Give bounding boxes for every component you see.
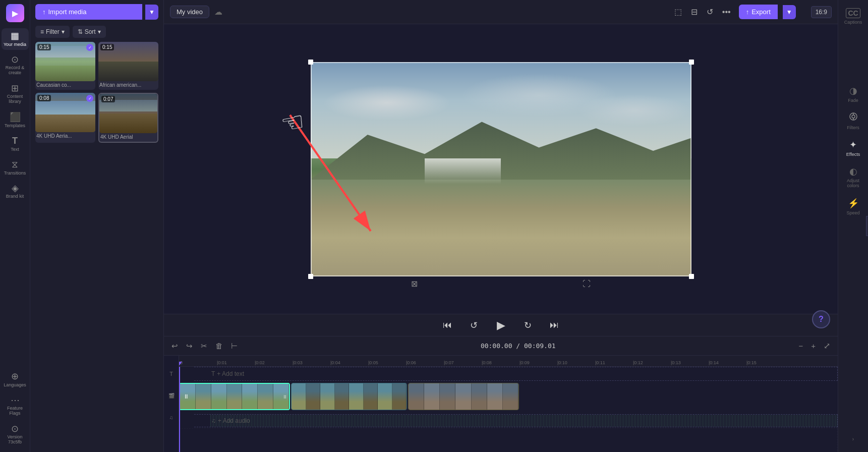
timeline-content: T 🎬 ♫ 0 |0:01 |0:02 |0:03 |0:04 |0:05 |0… bbox=[164, 356, 838, 452]
clip-frame bbox=[335, 383, 350, 410]
right-sidebar-collapse-button[interactable]: › bbox=[840, 432, 867, 446]
ruler-mark-14: |0:14 bbox=[709, 360, 719, 365]
rotate-tool-button[interactable]: ↺ bbox=[704, 5, 716, 19]
sidebar-item-label: FeatureFlags bbox=[7, 406, 23, 416]
sidebar-item-label: Brand kit bbox=[6, 194, 24, 199]
more-tools-button[interactable]: ••• bbox=[719, 6, 734, 19]
playback-controls: ⏮ ↺ ▶ ↻ ⏭ bbox=[164, 314, 838, 336]
sidebar-item-label: Text bbox=[11, 147, 19, 152]
media-thumbnail-3[interactable]: 0:08 ✓ 4K UHD Aeria... bbox=[35, 93, 95, 143]
fit-tool-button[interactable]: ⊟ bbox=[688, 5, 701, 19]
right-sidebar-item-captions[interactable]: CC Captions bbox=[840, 4, 867, 29]
main-area: My video ☁ ⬚ ⊟ ↺ ••• ↑ Export ▼ 16:9 bbox=[164, 0, 838, 452]
sidebar-item-text[interactable]: T Text bbox=[2, 133, 29, 155]
sort-button[interactable]: ⇅ Sort ▾ bbox=[73, 26, 106, 38]
add-audio-icon: ♫ bbox=[211, 417, 216, 424]
sidebar-item-brand-kit[interactable]: ◈ Brand kit bbox=[2, 181, 29, 202]
import-media-button[interactable]: ↑ Import media bbox=[35, 4, 142, 20]
transitions-icon: ⧖ bbox=[12, 160, 18, 169]
sidebar-item-label: Record &create bbox=[6, 66, 25, 76]
filter-sort-row: ≡ Filter ▾ ⇅ Sort ▾ bbox=[30, 24, 163, 42]
ruler-mark-13: |0:13 bbox=[671, 360, 681, 365]
video-clip-3[interactable] bbox=[408, 383, 519, 410]
import-dropdown-button[interactable]: ▼ bbox=[145, 5, 158, 20]
video-frame[interactable] bbox=[311, 62, 691, 276]
split-button[interactable]: ⊢ bbox=[228, 340, 240, 352]
zoom-in-button[interactable]: + bbox=[808, 340, 818, 352]
trim-icon[interactable]: ⊠ bbox=[411, 279, 418, 289]
handle-top-right[interactable] bbox=[689, 60, 694, 65]
sidebar-item-templates[interactable]: ⬛ Templates bbox=[2, 109, 29, 131]
play-button[interactable]: ▶ bbox=[492, 316, 510, 334]
video-ground bbox=[311, 180, 691, 276]
add-audio-row[interactable]: ♫ + Add audio bbox=[194, 414, 838, 427]
sidebar-item-languages[interactable]: ⊕ Languages bbox=[2, 369, 29, 390]
media-thumbnail-4[interactable]: 0:07 4K UHD Aerial bbox=[98, 93, 158, 143]
clip-frame bbox=[320, 383, 335, 410]
clip-frame bbox=[306, 383, 321, 410]
video-clip-2[interactable] bbox=[291, 383, 407, 410]
skip-back-button[interactable]: ⏮ bbox=[439, 318, 456, 332]
clip-frame bbox=[349, 383, 364, 410]
thumb-duration-2: 0:15 bbox=[100, 44, 114, 50]
rewind-button[interactable]: ↺ bbox=[466, 318, 482, 333]
media-thumbnail-1[interactable]: 0:15 ✓ Caucasian co... bbox=[35, 42, 95, 90]
sidebar-item-transitions[interactable]: ⧖ Transitions bbox=[2, 157, 29, 179]
your-media-icon: ▦ bbox=[11, 31, 19, 40]
sidebar-item-content-library[interactable]: ⊞ Contentlibrary bbox=[2, 81, 29, 107]
undo-button[interactable]: ↩ bbox=[169, 340, 181, 352]
sidebar-item-your-media[interactable]: ▦ Your media bbox=[2, 28, 29, 50]
expand-timeline-button[interactable]: ⤢ bbox=[821, 340, 833, 352]
clip-frame bbox=[455, 383, 471, 410]
sort-icon: ⇅ bbox=[78, 28, 83, 35]
right-sidebar: CC Captions ◑ Fade Filters ✦ Effects ◐ A… bbox=[838, 0, 868, 452]
add-text-row[interactable]: T + Add text bbox=[194, 367, 838, 381]
right-sidebar-item-filters[interactable]: Filters bbox=[840, 108, 867, 134]
zoom-out-button[interactable]: − bbox=[796, 340, 805, 352]
templates-icon: ⬛ bbox=[10, 112, 21, 122]
cloud-save-icon[interactable]: ☁ bbox=[214, 7, 222, 17]
effects-icon: ✦ bbox=[849, 139, 857, 150]
project-title[interactable]: My video bbox=[170, 6, 209, 18]
thumb-check-1: ✓ bbox=[86, 44, 93, 51]
right-sidebar-item-adjust-colors[interactable]: ◐ Adjustcolors bbox=[840, 162, 867, 193]
flags-icon: ⋯ bbox=[11, 396, 20, 405]
empty-track-area bbox=[179, 428, 838, 452]
redo-button[interactable]: ↪ bbox=[184, 340, 195, 352]
cut-button[interactable]: ✂ bbox=[198, 340, 210, 352]
sidebar-item-feature-flags[interactable]: ⋯ FeatureFlags bbox=[2, 392, 29, 419]
sidebar-item-record-create[interactable]: ⊙ Record &create bbox=[2, 52, 29, 79]
media-thumbnail-2[interactable]: 0:15 African american... bbox=[98, 42, 158, 90]
clip-frame bbox=[242, 384, 258, 409]
ruler-mark-4: |0:04 bbox=[330, 360, 340, 365]
aspect-ratio-display[interactable]: 16:9 bbox=[811, 6, 832, 18]
filter-button[interactable]: ≡ Filter ▾ bbox=[35, 26, 70, 38]
forward-button[interactable]: ↻ bbox=[520, 318, 536, 333]
track-labels: T 🎬 ♫ bbox=[164, 356, 179, 452]
timeline-scroll-area[interactable]: 0 |0:01 |0:02 |0:03 |0:04 |0:05 |0:06 |0… bbox=[179, 356, 838, 452]
crop-tool-button[interactable]: ⬚ bbox=[671, 5, 685, 19]
clip-right-handle[interactable]: ⏸ bbox=[282, 394, 287, 400]
handle-bottom-left[interactable] bbox=[308, 274, 313, 279]
clip-frame bbox=[378, 383, 392, 410]
handle-bottom-right[interactable] bbox=[689, 274, 694, 279]
skip-forward-button[interactable]: ⏭ bbox=[546, 318, 563, 332]
ruler-mark-11: |0:11 bbox=[595, 360, 605, 365]
right-sidebar-item-effects[interactable]: ✦ Effects bbox=[840, 135, 867, 161]
video-clip-1[interactable]: ⏸ ⏸ bbox=[179, 383, 290, 410]
delete-button[interactable]: 🗑 bbox=[213, 340, 225, 352]
thumb-label-3: 4K UHD Aeria... bbox=[35, 132, 95, 141]
import-icon: ↑ bbox=[42, 8, 46, 16]
export-button[interactable]: ↑ Export bbox=[739, 5, 778, 19]
handle-top-left[interactable] bbox=[308, 60, 313, 65]
right-sidebar-item-speed[interactable]: ⚡ Speed bbox=[840, 194, 867, 219]
app-logo[interactable]: ▶ bbox=[6, 4, 24, 22]
fullscreen-icon[interactable]: ⛶ bbox=[583, 279, 591, 289]
sidebar-item-label: Your media bbox=[4, 42, 26, 47]
sidebar-item-label: Transitions bbox=[4, 171, 26, 176]
collapse-panel-button[interactable]: ‹ bbox=[866, 216, 868, 236]
right-sidebar-item-fade[interactable]: ◑ Fade bbox=[840, 81, 867, 107]
export-dropdown-button[interactable]: ▼ bbox=[783, 5, 796, 19]
help-button[interactable]: ? bbox=[812, 310, 830, 328]
sidebar-item-version[interactable]: ⊙ Version73c5fb bbox=[2, 421, 29, 448]
